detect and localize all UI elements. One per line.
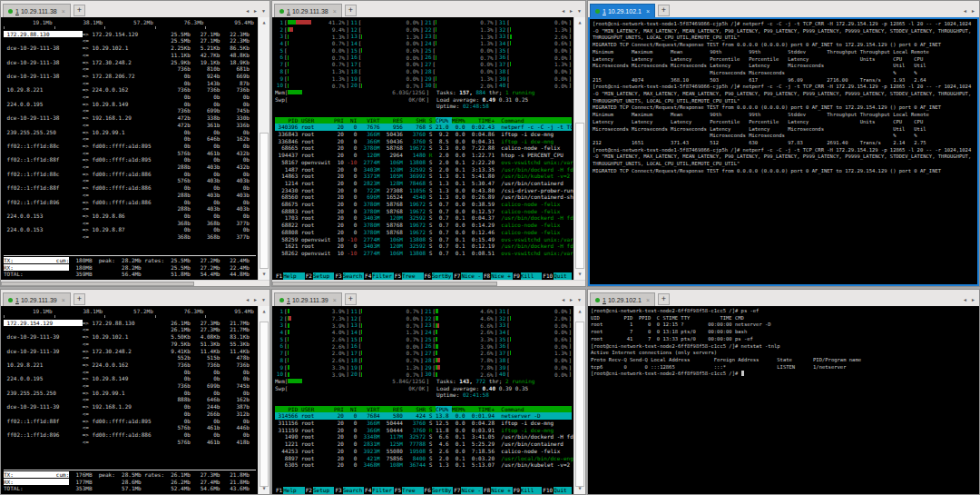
- tab-scroll-right-icon[interactable]: ►: [569, 297, 573, 302]
- scroll-down-icon[interactable]: ▼: [259, 485, 270, 492]
- cpu-meter: 16[0.0%]: [349, 54, 424, 61]
- tab-scroll-right-icon[interactable]: ►: [971, 8, 975, 14]
- scroll-down-icon[interactable]: ▼: [574, 271, 585, 278]
- terminal-tab[interactable]: 1 10.29.111.39 ×: [274, 292, 342, 306]
- scrollbar-thumb[interactable]: [272, 282, 497, 286]
- scroll-up-icon[interactable]: ▲: [259, 308, 270, 315]
- terminal-screen-htop-node38[interactable]: 1[41.2%]11[0.0%]21[0.7%]31[0.0%]2[9.4%]1…: [272, 17, 585, 280]
- tab-menu-icon[interactable]: ▼: [261, 8, 266, 14]
- fkey-search[interactable]: F3Search: [334, 272, 364, 280]
- scroll-up-icon[interactable]: ▲: [574, 308, 585, 315]
- iftop-flow-row: dce-10-29-111-38 => 172.28.206.72 0b 924…: [4, 73, 256, 80]
- fkey-help[interactable]: F1Help: [275, 487, 305, 494]
- terminal-tab[interactable]: 1 10.29.102.1 ×: [590, 4, 655, 17]
- close-tab-icon[interactable]: ×: [646, 8, 650, 15]
- fkey-quit[interactable]: F10Quit: [542, 487, 572, 494]
- fkey-tree[interactable]: F5Tree: [394, 272, 424, 280]
- close-tab-icon[interactable]: ×: [646, 297, 650, 303]
- terminal-tab[interactable]: 1 10.29.111.39 ×: [3, 292, 71, 306]
- horizontal-scrollbar[interactable]: [1, 280, 270, 286]
- cpu-meter: 20[0.7%]: [349, 371, 424, 378]
- tab-scroll-left-icon[interactable]: ◄: [963, 297, 967, 302]
- scrollbar-thumb[interactable]: [260, 322, 269, 487]
- terminal-screen-iftop-node39[interactable]: 19.1Mb38.1Mb57.2Mb76.3Mb95.4Mb 172.29.15…: [1, 306, 270, 494]
- scrollbar-thumb[interactable]: [575, 123, 584, 270]
- fkey-sortby[interactable]: F6SortBy: [424, 272, 454, 280]
- close-tab-icon[interactable]: ×: [333, 8, 337, 15]
- fkey-sortby[interactable]: F6SortBy: [424, 487, 454, 494]
- process-row: 14863 root 20 0 3371M 105M 36992 S 1.3 0…: [275, 173, 572, 180]
- tab-scroll-left-icon[interactable]: ◄: [963, 8, 967, 14]
- terminal-screen-shell-node2[interactable]: [root@cni-network-test-node2-6ff8f98f58-…: [588, 306, 979, 494]
- iftop-total-row: RX: 177MB 28.6Mb 26.2Mb 27.4Mb 21.8Mb: [4, 479, 256, 486]
- new-tab-button[interactable]: +: [658, 293, 670, 305]
- cpu-meter-bar: 2.6%: [510, 34, 569, 40]
- fkey-nice[interactable]: F7Nice -: [453, 487, 483, 494]
- fkey-setup[interactable]: F2Setup: [305, 487, 335, 494]
- tab-scroll-right-icon[interactable]: ►: [569, 8, 573, 14]
- cpu-meter-bar: 1.3%: [510, 26, 569, 33]
- horizontal-scrollbar[interactable]: [272, 280, 585, 286]
- tab-scroll-left-icon[interactable]: ◄: [561, 297, 565, 302]
- iftop-flow-row: dce-10-29-111-38 => 192.168.1.29 472b 33…: [4, 114, 256, 122]
- process-row: 68883 root 20 0 3780M 58768 19672 S 0.7 …: [275, 208, 572, 215]
- terminal-tab[interactable]: 1 10.29.111.38 ×: [3, 4, 71, 17]
- new-tab-button[interactable]: +: [74, 5, 85, 16]
- cpu-meter-bar: 0.7%: [361, 322, 420, 329]
- fkey-kill[interactable]: F9Kill: [513, 487, 543, 494]
- cpu-meter: 27[0.0%]: [424, 61, 498, 68]
- fkey-filter[interactable]: F4Filter: [364, 487, 394, 494]
- session-status-dot: [8, 9, 13, 14]
- terminal-screen-shell-node1[interactable]: [root@cni-network-test-node1-5f87469866-…: [588, 17, 979, 286]
- new-tab-button[interactable]: +: [658, 5, 670, 16]
- terminal-screen-htop-node39[interactable]: 1[3.9%]11[0.7%]21[4.6%]31[0.0%]2[7.3%]12…: [272, 306, 585, 494]
- scrollbar-thumb[interactable]: [575, 322, 584, 487]
- fkey-setup[interactable]: F2Setup: [305, 272, 335, 280]
- tab-scroll-left-icon[interactable]: ◄: [245, 8, 250, 14]
- scroll-down-icon[interactable]: ▼: [574, 485, 585, 492]
- terminal-line: [root@cni-network-test-node2-6ff8f98f58-…: [591, 371, 979, 378]
- scrollbar-thumb[interactable]: [1, 282, 194, 286]
- close-tab-icon[interactable]: ×: [62, 8, 65, 15]
- iftop-flow-row: <= 736b 699b 745b: [4, 107, 256, 114]
- fkey-tree[interactable]: F5Tree: [394, 487, 424, 494]
- scrollbar-thumb[interactable]: [260, 133, 269, 269]
- cpu-meter: 35[0.6%]: [497, 336, 572, 343]
- close-tab-icon[interactable]: ×: [62, 297, 65, 303]
- vertical-scrollbar[interactable]: ▲ ▼: [258, 17, 270, 280]
- tab-menu-icon[interactable]: ▼: [577, 8, 582, 14]
- tab-scroll-left-icon[interactable]: ◄: [245, 297, 250, 302]
- fkey-nice[interactable]: F8Nice +: [483, 487, 513, 494]
- vertical-scrollbar[interactable]: ▲ ▼: [573, 306, 585, 494]
- scroll-down-icon[interactable]: ▼: [259, 271, 270, 278]
- fkey-nice[interactable]: F8Nice +: [483, 272, 513, 280]
- vertical-scrollbar[interactable]: ▲ ▼: [258, 306, 270, 494]
- fkey-search[interactable]: F3Search: [334, 487, 364, 494]
- new-tab-button[interactable]: +: [74, 293, 85, 305]
- tab-menu-icon[interactable]: ▼: [261, 297, 266, 302]
- fkey-help[interactable]: F1Help: [275, 272, 305, 280]
- scroll-up-icon[interactable]: ▲: [259, 19, 270, 26]
- close-tab-icon[interactable]: ×: [333, 297, 337, 303]
- tab-scroll-right-icon[interactable]: ►: [253, 8, 258, 14]
- fkey-quit[interactable]: F10Quit: [542, 272, 572, 280]
- tab-menu-icon[interactable]: ▼: [577, 297, 582, 302]
- new-tab-button[interactable]: +: [345, 5, 357, 16]
- fkey-filter[interactable]: F4Filter: [364, 272, 394, 280]
- new-tab-button[interactable]: +: [345, 293, 357, 305]
- scroll-up-icon[interactable]: ▲: [574, 19, 585, 26]
- tab-scroll-right-icon[interactable]: ►: [971, 297, 975, 302]
- cpu-meter-bar: 4.0%: [288, 329, 347, 335]
- cpu-meter-bar: 0.0%: [361, 61, 420, 67]
- cpu-meter: 26[3.9%]: [424, 342, 498, 350]
- fkey-nice[interactable]: F7Nice -: [453, 272, 483, 280]
- terminal-line: [root@cni-network-test-node1-5f87469866-…: [593, 21, 977, 28]
- terminal-tab[interactable]: 1 10.29.111.38 ×: [274, 4, 342, 17]
- fkey-kill[interactable]: F9Kill: [513, 272, 543, 280]
- iftop-flow-row: <= 736b 699b 745b: [4, 382, 256, 390]
- tab-scroll-right-icon[interactable]: ►: [253, 297, 258, 302]
- terminal-screen-iftop-node38[interactable]: 19.1Mb38.1Mb57.2Mb76.3Mb95.4Mb 172.29.88…: [1, 17, 270, 280]
- tab-scroll-left-icon[interactable]: ◄: [561, 8, 565, 14]
- terminal-tab[interactable]: 1 10.29.102.1 ×: [590, 292, 655, 306]
- vertical-scrollbar[interactable]: ▲ ▼: [573, 17, 585, 280]
